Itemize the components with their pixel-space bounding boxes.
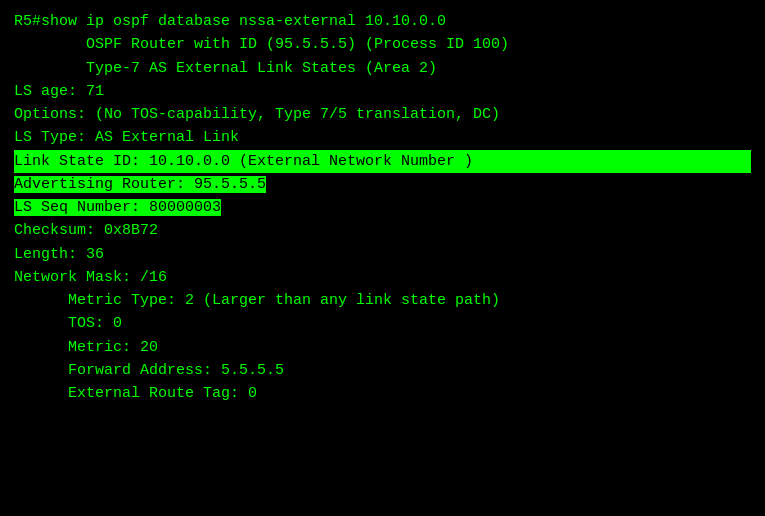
highlighted-text: Link State ID: 10.10.0.0 (External Netwo… bbox=[14, 153, 473, 170]
normal-text: Length: 36 bbox=[14, 246, 104, 263]
terminal-line-adv-router: Advertising Router: 95.5.5.5 bbox=[14, 173, 751, 196]
terminal-line-type7: Type-7 AS External Link States (Area 2) bbox=[14, 57, 751, 80]
highlighted-text: LS Seq Number: 80000003 bbox=[14, 199, 221, 216]
terminal-line-ls-seq: LS Seq Number: 80000003 bbox=[14, 196, 751, 219]
normal-text: Options: (No TOS-capability, Type 7/5 tr… bbox=[14, 106, 500, 123]
terminal-line-options: Options: (No TOS-capability, Type 7/5 tr… bbox=[14, 103, 751, 126]
normal-text: OSPF Router with ID (95.5.5.5) (Process … bbox=[14, 36, 509, 53]
normal-text: Metric Type: 2 (Larger than any link sta… bbox=[14, 292, 500, 309]
terminal-line-link-state-id: Link State ID: 10.10.0.0 (External Netwo… bbox=[14, 150, 751, 173]
terminal-line-cmd: R5#show ip ospf database nssa-external 1… bbox=[14, 10, 751, 33]
terminal-line-metric: Metric: 20 bbox=[14, 336, 751, 359]
normal-text: LS age: 71 bbox=[14, 83, 104, 100]
terminal-line-ext-route-tag: External Route Tag: 0 bbox=[14, 382, 751, 405]
highlighted-text: Advertising Router: 95.5.5.5 bbox=[14, 176, 266, 193]
terminal-line-ls-age: LS age: 71 bbox=[14, 80, 751, 103]
normal-text: Type-7 AS External Link States (Area 2) bbox=[14, 60, 437, 77]
normal-text: Checksum: 0x8B72 bbox=[14, 222, 158, 239]
normal-text: Forward Address: 5.5.5.5 bbox=[14, 362, 284, 379]
terminal-line-forward-addr: Forward Address: 5.5.5.5 bbox=[14, 359, 751, 382]
terminal-line-router-id: OSPF Router with ID (95.5.5.5) (Process … bbox=[14, 33, 751, 56]
terminal-window: R5#show ip ospf database nssa-external 1… bbox=[14, 10, 751, 506]
normal-text: Network Mask: /16 bbox=[14, 269, 167, 286]
terminal-line-ls-type: LS Type: AS External Link bbox=[14, 126, 751, 149]
normal-text: TOS: 0 bbox=[14, 315, 122, 332]
normal-text: External Route Tag: 0 bbox=[14, 385, 257, 402]
terminal-line-checksum: Checksum: 0x8B72 bbox=[14, 219, 751, 242]
terminal-line-metric-type: Metric Type: 2 (Larger than any link sta… bbox=[14, 289, 751, 312]
normal-text: Metric: 20 bbox=[14, 339, 158, 356]
normal-text: LS Type: AS External Link bbox=[14, 129, 239, 146]
normal-text: R5#show ip ospf database nssa-external 1… bbox=[14, 13, 446, 30]
terminal-line-length: Length: 36 bbox=[14, 243, 751, 266]
terminal-line-network-mask: Network Mask: /16 bbox=[14, 266, 751, 289]
terminal-line-tos: TOS: 0 bbox=[14, 312, 751, 335]
